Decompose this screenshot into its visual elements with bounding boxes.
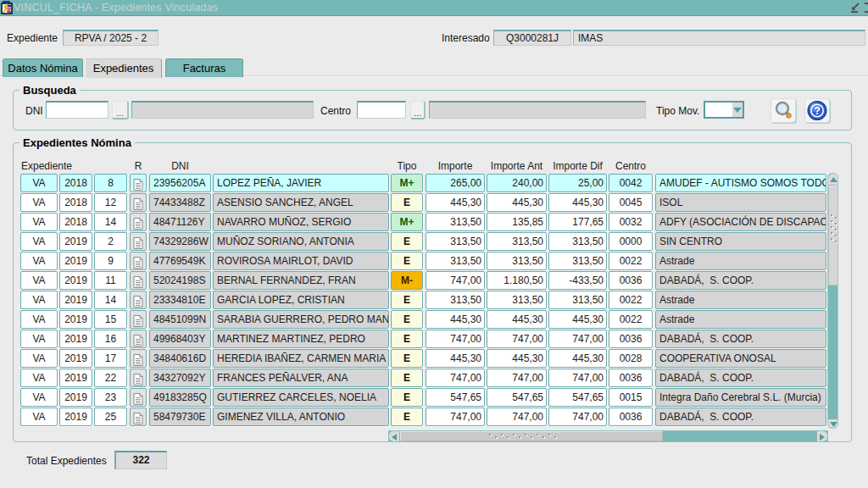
- svg-text:?: ?: [814, 105, 821, 117]
